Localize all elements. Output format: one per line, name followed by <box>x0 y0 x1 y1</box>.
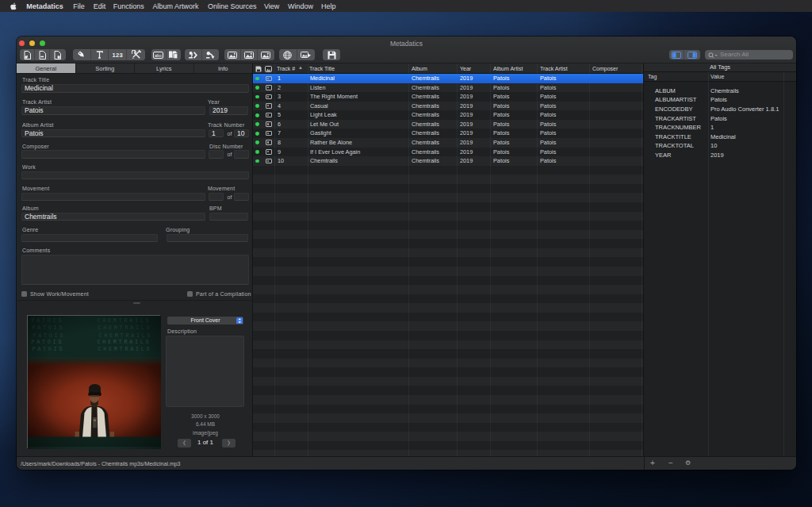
svg-text:abc: abc <box>155 52 162 57</box>
